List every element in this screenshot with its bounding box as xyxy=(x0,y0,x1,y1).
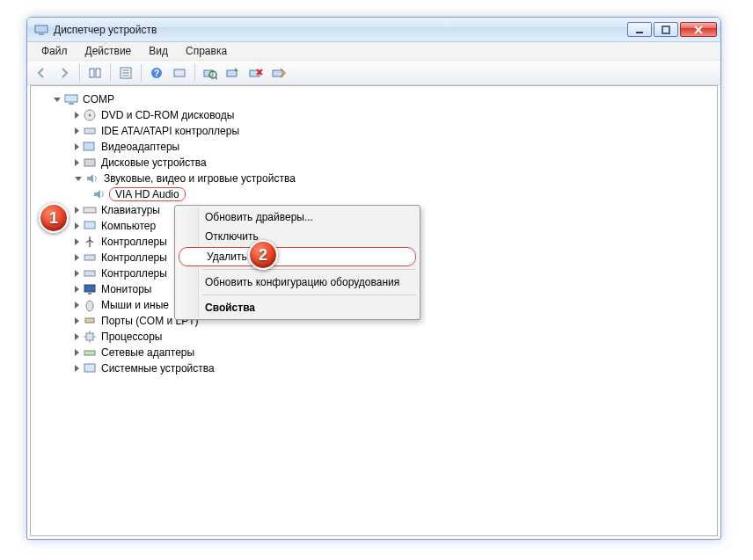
tree-label: Звуковые, видео и игровые устройства xyxy=(102,172,297,185)
tree-label: Дисковые устройства xyxy=(99,156,208,169)
expand-icon[interactable] xyxy=(75,302,79,309)
uninstall-button[interactable] xyxy=(245,63,267,83)
menubar: Файл Действие Вид Справка xyxy=(27,42,720,61)
expand-icon[interactable] xyxy=(75,112,79,119)
system-device-icon xyxy=(83,361,97,375)
tree-item-selected[interactable]: VIA HD Audio xyxy=(40,186,713,202)
expand-icon[interactable] xyxy=(75,159,79,166)
disk-icon xyxy=(83,156,97,170)
annotation-badge-1: 1 xyxy=(39,203,69,233)
menu-help[interactable]: Справка xyxy=(177,43,236,59)
nav-back-button[interactable] xyxy=(31,63,52,83)
expand-icon[interactable] xyxy=(75,349,79,356)
tree-item[interactable]: Сетевые адаптеры xyxy=(40,345,713,360)
svg-point-36 xyxy=(86,301,93,311)
close-button[interactable] xyxy=(680,22,717,37)
expand-icon[interactable] xyxy=(75,270,79,277)
tree-item[interactable]: IDE ATA/ATAPI контроллеры xyxy=(40,123,713,139)
tree-item[interactable]: Процессоры xyxy=(40,329,713,345)
properties-button[interactable] xyxy=(115,63,136,83)
ctx-scan-hardware[interactable]: Обновить конфигурацию оборудования xyxy=(177,273,418,292)
expand-icon[interactable] xyxy=(75,238,79,245)
separator xyxy=(141,64,142,82)
expand-icon[interactable] xyxy=(75,286,79,293)
tree-item[interactable]: Видеоадаптеры xyxy=(40,139,713,155)
svg-rect-29 xyxy=(84,159,95,166)
expand-icon[interactable] xyxy=(54,98,61,102)
update-driver-button[interactable] xyxy=(223,63,244,83)
svg-rect-34 xyxy=(84,285,95,292)
tree-root[interactable]: COMP xyxy=(40,91,713,107)
svg-text:?: ? xyxy=(154,69,159,78)
menu-action[interactable]: Действие xyxy=(77,43,141,59)
network-icon xyxy=(83,345,97,360)
expand-icon[interactable] xyxy=(75,317,79,324)
separator xyxy=(79,64,80,82)
monitor-icon xyxy=(83,282,97,296)
maximize-button[interactable] xyxy=(654,22,678,37)
nav-forward-button[interactable] xyxy=(54,63,75,83)
tree-label-selected: VIA HD Audio xyxy=(109,187,186,201)
tree-item[interactable]: Звуковые, видео и игровые устройства xyxy=(40,171,713,186)
computer-icon xyxy=(83,219,97,233)
port-icon xyxy=(83,314,97,328)
svg-rect-32 xyxy=(84,255,95,260)
tree-label: Процессоры xyxy=(99,331,164,343)
usb-controller-icon xyxy=(83,235,97,249)
show-hide-console-button[interactable] xyxy=(84,63,106,83)
annotation-badge-2: 2 xyxy=(248,240,278,270)
tree-item[interactable]: DVD и CD-ROM дисководы xyxy=(40,107,713,123)
minimize-button[interactable] xyxy=(627,22,652,37)
controller-icon xyxy=(83,266,97,280)
tree-label: DVD и CD-ROM дисководы xyxy=(99,109,236,121)
ctx-update-drivers[interactable]: Обновить драйверы... xyxy=(177,207,418,227)
svg-rect-22 xyxy=(273,70,282,76)
ide-icon xyxy=(83,124,97,138)
expand-icon[interactable] xyxy=(75,207,79,214)
svg-rect-35 xyxy=(88,293,91,295)
expand-icon[interactable] xyxy=(75,143,79,150)
computer-icon xyxy=(64,92,78,106)
tree-label: Сетевые адаптеры xyxy=(99,346,196,359)
svg-rect-6 xyxy=(90,69,94,77)
svg-rect-27 xyxy=(84,128,95,134)
separator xyxy=(202,269,416,270)
tree-label: COMP xyxy=(81,93,116,105)
tree-label: Контроллеры xyxy=(99,267,169,280)
svg-rect-24 xyxy=(69,103,74,105)
svg-rect-37 xyxy=(85,318,94,323)
expand-icon[interactable] xyxy=(75,333,79,340)
tb-button-5[interactable] xyxy=(169,63,190,83)
ctx-properties[interactable]: Свойства xyxy=(177,298,418,317)
sound-icon xyxy=(92,187,106,201)
menu-view[interactable]: Вид xyxy=(140,43,177,59)
titlebar[interactable]: Диспетчер устройств xyxy=(27,18,720,42)
tree-label: Компьютер xyxy=(99,220,157,232)
tree-label: Системные устройства xyxy=(99,362,216,375)
expand-icon[interactable] xyxy=(75,127,79,135)
expand-icon[interactable] xyxy=(75,365,79,372)
svg-rect-3 xyxy=(662,26,669,33)
svg-rect-43 xyxy=(84,351,95,355)
display-adapter-icon xyxy=(83,140,97,154)
keyboard-icon xyxy=(83,203,97,217)
expand-icon[interactable] xyxy=(75,254,79,261)
svg-rect-18 xyxy=(227,70,237,76)
disable-button[interactable] xyxy=(268,63,289,83)
expand-icon[interactable] xyxy=(75,177,82,181)
tree-label: Мониторы xyxy=(99,283,153,295)
sound-icon xyxy=(85,171,99,185)
separator xyxy=(194,64,195,82)
ctx-delete[interactable]: Удалить xyxy=(179,247,416,266)
expand-icon[interactable] xyxy=(75,222,79,229)
svg-point-26 xyxy=(89,114,91,117)
tree-item[interactable]: Дисковые устройства xyxy=(40,155,713,171)
help-button[interactable]: ? xyxy=(146,63,167,83)
menu-file[interactable]: Файл xyxy=(33,43,77,59)
tree-item[interactable]: Системные устройства xyxy=(40,360,713,376)
tree-label: Видеоадаптеры xyxy=(99,141,181,153)
tree-label: Контроллеры xyxy=(99,236,169,248)
ctx-disable[interactable]: Отключить xyxy=(177,227,418,246)
scan-hardware-button[interactable] xyxy=(200,63,221,83)
processor-icon xyxy=(83,330,97,344)
